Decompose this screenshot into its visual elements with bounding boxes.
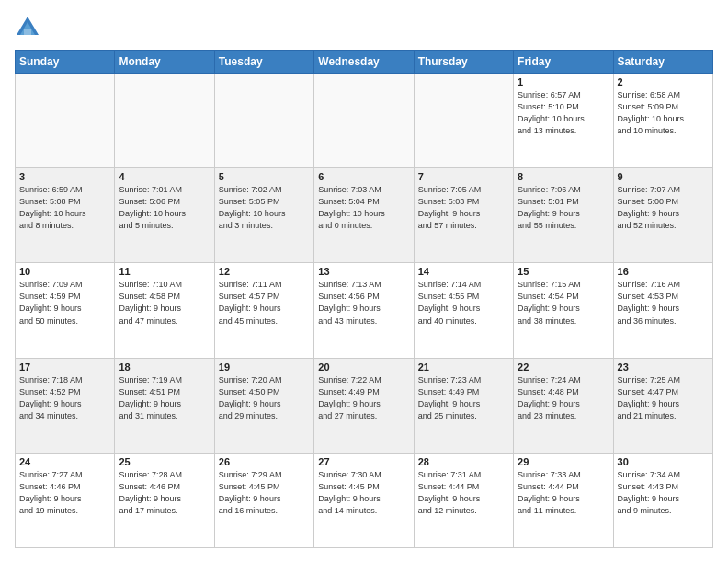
page: SundayMondayTuesdayWednesdayThursdayFrid…	[0, 0, 728, 563]
day-number: 11	[119, 266, 210, 277]
logo-icon	[15, 15, 40, 40]
day-info: Sunrise: 7:33 AM Sunset: 4:44 PM Dayligh…	[518, 469, 609, 517]
day-info: Sunrise: 7:15 AM Sunset: 4:54 PM Dayligh…	[518, 279, 609, 327]
calendar-cell: 19Sunrise: 7:20 AM Sunset: 4:50 PM Dayli…	[214, 358, 313, 453]
calendar-cell: 26Sunrise: 7:29 AM Sunset: 4:45 PM Dayli…	[214, 453, 313, 547]
day-info: Sunrise: 7:22 AM Sunset: 4:49 PM Dayligh…	[318, 374, 409, 422]
calendar-cell: 28Sunrise: 7:31 AM Sunset: 4:44 PM Dayli…	[414, 453, 513, 547]
calendar-cell	[314, 74, 414, 168]
weekday-header: Sunday	[16, 51, 115, 74]
day-number: 13	[318, 266, 409, 277]
day-number: 22	[518, 362, 609, 373]
day-info: Sunrise: 7:05 AM Sunset: 5:03 PM Dayligh…	[418, 184, 509, 232]
calendar-cell: 11Sunrise: 7:10 AM Sunset: 4:58 PM Dayli…	[115, 263, 214, 358]
calendar-cell: 2Sunrise: 6:58 AM Sunset: 5:09 PM Daylig…	[613, 74, 712, 168]
calendar-cell: 27Sunrise: 7:30 AM Sunset: 4:45 PM Dayli…	[314, 453, 414, 547]
day-info: Sunrise: 7:28 AM Sunset: 4:46 PM Dayligh…	[119, 469, 210, 517]
day-number: 27	[318, 456, 409, 467]
day-info: Sunrise: 6:59 AM Sunset: 5:08 PM Dayligh…	[19, 184, 110, 232]
day-info: Sunrise: 7:24 AM Sunset: 4:48 PM Dayligh…	[518, 374, 609, 422]
day-number: 3	[19, 171, 110, 182]
day-number: 12	[219, 266, 310, 277]
day-number: 5	[219, 171, 310, 182]
day-info: Sunrise: 7:31 AM Sunset: 4:44 PM Dayligh…	[418, 469, 509, 517]
day-number: 1	[518, 76, 609, 87]
calendar-cell: 15Sunrise: 7:15 AM Sunset: 4:54 PM Dayli…	[514, 263, 613, 358]
day-info: Sunrise: 7:09 AM Sunset: 4:59 PM Dayligh…	[19, 279, 110, 327]
calendar-cell: 13Sunrise: 7:13 AM Sunset: 4:56 PM Dayli…	[314, 263, 414, 358]
day-number: 8	[518, 171, 609, 182]
calendar-cell: 4Sunrise: 7:01 AM Sunset: 5:06 PM Daylig…	[115, 168, 214, 263]
day-info: Sunrise: 7:29 AM Sunset: 4:45 PM Dayligh…	[219, 469, 310, 517]
day-number: 25	[119, 456, 210, 467]
weekday-header: Monday	[115, 51, 214, 74]
calendar-cell: 17Sunrise: 7:18 AM Sunset: 4:52 PM Dayli…	[16, 358, 115, 453]
calendar-cell: 20Sunrise: 7:22 AM Sunset: 4:49 PM Dayli…	[314, 358, 414, 453]
day-number: 10	[19, 266, 110, 277]
day-info: Sunrise: 7:14 AM Sunset: 4:55 PM Dayligh…	[418, 279, 509, 327]
calendar-cell: 1Sunrise: 6:57 AM Sunset: 5:10 PM Daylig…	[514, 74, 613, 168]
weekday-header: Wednesday	[314, 51, 414, 74]
day-info: Sunrise: 7:10 AM Sunset: 4:58 PM Dayligh…	[119, 279, 210, 327]
calendar-cell: 30Sunrise: 7:34 AM Sunset: 4:43 PM Dayli…	[613, 453, 712, 547]
day-number: 21	[418, 362, 509, 373]
calendar-cell: 8Sunrise: 7:06 AM Sunset: 5:01 PM Daylig…	[514, 168, 613, 263]
day-number: 24	[19, 456, 110, 467]
day-number: 6	[318, 171, 409, 182]
calendar-cell: 21Sunrise: 7:23 AM Sunset: 4:49 PM Dayli…	[414, 358, 513, 453]
day-number: 23	[618, 362, 709, 373]
weekday-header: Tuesday	[214, 51, 313, 74]
calendar-cell: 14Sunrise: 7:14 AM Sunset: 4:55 PM Dayli…	[414, 263, 513, 358]
day-number: 2	[618, 76, 709, 87]
day-info: Sunrise: 7:11 AM Sunset: 4:57 PM Dayligh…	[219, 279, 310, 327]
day-info: Sunrise: 7:20 AM Sunset: 4:50 PM Dayligh…	[219, 374, 310, 422]
day-info: Sunrise: 7:03 AM Sunset: 5:04 PM Dayligh…	[318, 184, 409, 232]
day-info: Sunrise: 7:34 AM Sunset: 4:43 PM Dayligh…	[618, 469, 709, 517]
calendar-cell: 7Sunrise: 7:05 AM Sunset: 5:03 PM Daylig…	[414, 168, 513, 263]
calendar-cell	[214, 74, 313, 168]
day-number: 19	[219, 362, 310, 373]
day-number: 4	[119, 171, 210, 182]
calendar-cell	[115, 74, 214, 168]
svg-rect-2	[24, 29, 31, 35]
calendar-cell: 23Sunrise: 7:25 AM Sunset: 4:47 PM Dayli…	[613, 358, 712, 453]
day-number: 7	[418, 171, 509, 182]
calendar-cell: 22Sunrise: 7:24 AM Sunset: 4:48 PM Dayli…	[514, 358, 613, 453]
day-number: 17	[19, 362, 110, 373]
day-info: Sunrise: 7:02 AM Sunset: 5:05 PM Dayligh…	[219, 184, 310, 232]
day-number: 26	[219, 456, 310, 467]
calendar-table: SundayMondayTuesdayWednesdayThursdayFrid…	[15, 50, 713, 548]
day-info: Sunrise: 7:07 AM Sunset: 5:00 PM Dayligh…	[618, 184, 709, 232]
calendar-cell: 29Sunrise: 7:33 AM Sunset: 4:44 PM Dayli…	[514, 453, 613, 547]
weekday-header: Saturday	[613, 51, 712, 74]
calendar-cell: 6Sunrise: 7:03 AM Sunset: 5:04 PM Daylig…	[314, 168, 414, 263]
day-info: Sunrise: 7:27 AM Sunset: 4:46 PM Dayligh…	[19, 469, 110, 517]
calendar-cell: 5Sunrise: 7:02 AM Sunset: 5:05 PM Daylig…	[214, 168, 313, 263]
day-info: Sunrise: 7:30 AM Sunset: 4:45 PM Dayligh…	[318, 469, 409, 517]
day-info: Sunrise: 7:25 AM Sunset: 4:47 PM Dayligh…	[618, 374, 709, 422]
day-info: Sunrise: 7:06 AM Sunset: 5:01 PM Dayligh…	[518, 184, 609, 232]
day-info: Sunrise: 7:01 AM Sunset: 5:06 PM Dayligh…	[119, 184, 210, 232]
day-info: Sunrise: 7:18 AM Sunset: 4:52 PM Dayligh…	[19, 374, 110, 422]
day-info: Sunrise: 6:57 AM Sunset: 5:10 PM Dayligh…	[518, 89, 609, 137]
calendar-cell: 16Sunrise: 7:16 AM Sunset: 4:53 PM Dayli…	[613, 263, 712, 358]
header	[15, 15, 713, 40]
day-info: Sunrise: 7:16 AM Sunset: 4:53 PM Dayligh…	[618, 279, 709, 327]
calendar-cell: 12Sunrise: 7:11 AM Sunset: 4:57 PM Dayli…	[214, 263, 313, 358]
day-number: 28	[418, 456, 509, 467]
day-info: Sunrise: 7:19 AM Sunset: 4:51 PM Dayligh…	[119, 374, 210, 422]
day-number: 16	[618, 266, 709, 277]
calendar-cell: 3Sunrise: 6:59 AM Sunset: 5:08 PM Daylig…	[16, 168, 115, 263]
day-info: Sunrise: 7:13 AM Sunset: 4:56 PM Dayligh…	[318, 279, 409, 327]
day-number: 9	[618, 171, 709, 182]
day-number: 18	[119, 362, 210, 373]
calendar-cell: 10Sunrise: 7:09 AM Sunset: 4:59 PM Dayli…	[16, 263, 115, 358]
day-number: 30	[618, 456, 709, 467]
day-number: 29	[518, 456, 609, 467]
day-info: Sunrise: 7:23 AM Sunset: 4:49 PM Dayligh…	[418, 374, 509, 422]
day-number: 14	[418, 266, 509, 277]
logo	[15, 15, 44, 40]
calendar-cell: 24Sunrise: 7:27 AM Sunset: 4:46 PM Dayli…	[16, 453, 115, 547]
day-number: 15	[518, 266, 609, 277]
calendar-cell: 25Sunrise: 7:28 AM Sunset: 4:46 PM Dayli…	[115, 453, 214, 547]
